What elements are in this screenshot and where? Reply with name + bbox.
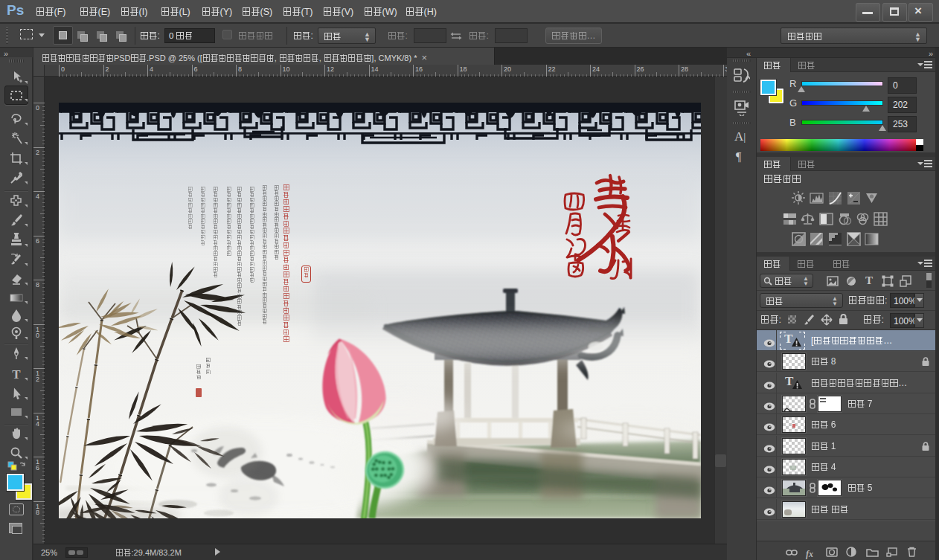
svg-text:T: T (12, 367, 21, 382)
